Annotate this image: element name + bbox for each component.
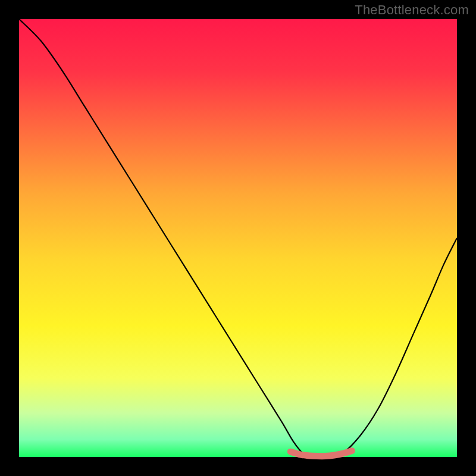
watermark-text: TheBottleneck.com bbox=[355, 2, 469, 18]
optimal-band-end-dot bbox=[349, 448, 355, 454]
bottleneck-chart bbox=[0, 0, 476, 476]
chart-plot-area bbox=[19, 19, 457, 457]
